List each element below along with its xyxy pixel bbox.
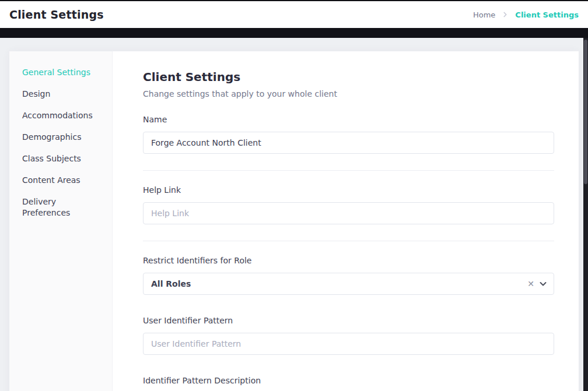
help-link-input[interactable] — [143, 202, 554, 224]
settings-sidebar: General Settings Design Accommodations D… — [9, 51, 113, 391]
spacer — [143, 295, 554, 316]
settings-card: General Settings Design Accommodations D… — [9, 51, 579, 391]
clear-selection-icon[interactable]: ✕ — [527, 280, 534, 288]
select-icons: ✕ — [527, 279, 548, 288]
sidebar-item-accommodations[interactable]: Accommodations — [9, 105, 112, 126]
breadcrumb: Home Client Settings — [473, 10, 579, 19]
restrict-role-selected-value: All Roles — [151, 279, 191, 288]
user-identifier-pattern-field-group: User Identifier Pattern — [143, 316, 554, 355]
sidebar-item-demographics[interactable]: Demographics — [9, 126, 112, 148]
name-field-group: Name — [143, 115, 554, 154]
header-bar: Client Settings Home Client Settings — [0, 1, 588, 28]
sidebar-item-design[interactable]: Design — [9, 83, 112, 105]
page: Client Settings Home Client Settings Gen… — [0, 0, 588, 391]
breadcrumb-home-link[interactable]: Home — [473, 10, 495, 19]
user-identifier-pattern-input[interactable] — [143, 333, 554, 355]
restrict-role-field-group: Restrict Identifiers for Role All Roles … — [143, 256, 554, 295]
sidebar-item-class-subjects[interactable]: Class Subjects — [9, 148, 112, 170]
content-area: General Settings Design Accommodations D… — [0, 38, 583, 391]
help-link-label: Help Link — [143, 185, 554, 195]
help-link-field-group: Help Link — [143, 185, 554, 224]
chevron-down-icon[interactable] — [538, 279, 548, 288]
sidebar-item-general-settings[interactable]: General Settings — [9, 62, 112, 83]
name-input[interactable] — [143, 132, 554, 154]
identifier-pattern-description-field-group: Identifier Pattern Description — [143, 376, 554, 391]
identifier-pattern-description-label: Identifier Pattern Description — [143, 376, 554, 385]
sidebar-item-delivery-preferences[interactable]: Delivery Preferences — [9, 191, 112, 224]
divider — [143, 170, 554, 171]
page-title: Client Settings — [9, 8, 104, 21]
vertical-scrollbar-track[interactable] — [583, 38, 588, 391]
breadcrumb-current: Client Settings — [515, 10, 579, 19]
panel-title: Client Settings — [143, 70, 554, 84]
restrict-role-label: Restrict Identifiers for Role — [143, 256, 554, 265]
spacer — [143, 355, 554, 376]
user-identifier-pattern-label: User Identifier Pattern — [143, 316, 554, 325]
restrict-role-select[interactable]: All Roles ✕ — [143, 273, 554, 295]
chevron-right-icon — [501, 10, 509, 19]
settings-panel: Client Settings Change settings that app… — [113, 51, 579, 391]
vertical-scrollbar-thumb[interactable] — [584, 40, 587, 184]
panel-subtitle: Change settings that apply to your whole… — [143, 89, 554, 98]
divider — [143, 241, 554, 241]
sidebar-item-content-areas[interactable]: Content Areas — [9, 170, 112, 191]
header-divider-band — [0, 28, 588, 38]
name-label: Name — [143, 115, 554, 124]
